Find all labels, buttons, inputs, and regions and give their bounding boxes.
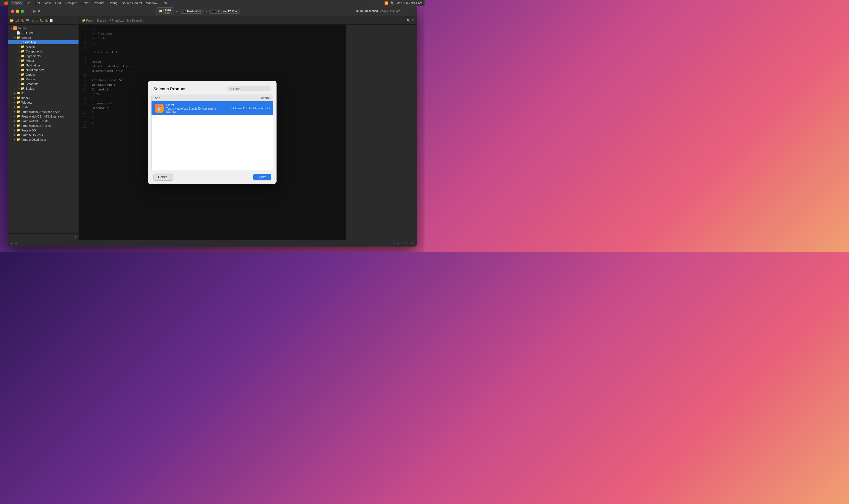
report-nav-icon[interactable]: 📋 bbox=[49, 19, 53, 22]
breadcrumb-shared-label: Shared bbox=[96, 19, 106, 22]
sidebar-item-assets[interactable]: 📁 Assets bbox=[8, 44, 79, 49]
menu-find[interactable]: Find bbox=[53, 1, 63, 5]
sidebar-item-smoothie[interactable]: 📁 Smoothie bbox=[8, 82, 79, 86]
status-bar-left: + ⊡ bbox=[11, 242, 19, 245]
sidebar-toggle-icon[interactable]: ▭ bbox=[29, 9, 32, 13]
sidebar-item-orders[interactable]: 📁 Orders bbox=[8, 72, 79, 77]
scheme-selector[interactable]: 📁 Fruta main bbox=[156, 7, 174, 15]
sidebar-item-frutaapp[interactable]: S FrutaApp bbox=[8, 40, 79, 44]
build-time: Today at 9:41 AM bbox=[379, 10, 400, 13]
sidebar-label-tvos-tests: Fruta tvOSTests bbox=[21, 133, 76, 137]
search-icon[interactable]: 🔍 bbox=[390, 1, 394, 5]
close-button[interactable] bbox=[11, 10, 14, 13]
editor-breadcrumb: 📁 Fruta › Shared › S FrutaApp › No Selec… bbox=[79, 16, 346, 24]
menu-file[interactable]: File bbox=[23, 1, 32, 5]
issue-nav-icon[interactable]: ⚠ bbox=[32, 19, 34, 22]
build-status: Build Succeeded Today at 9:41 AM bbox=[356, 10, 400, 13]
inspector-toggle-icon[interactable]: ▭ bbox=[410, 9, 414, 13]
modal-filter-input[interactable] bbox=[233, 87, 269, 90]
sidebar-item-tvos-ui-tests[interactable]: 📁 Fruta tvOSUITests bbox=[8, 137, 79, 142]
add-file-icon[interactable]: + bbox=[10, 235, 12, 239]
menu-help[interactable]: Help bbox=[159, 1, 170, 5]
modal-empty-area bbox=[152, 115, 273, 170]
sidebar-item-widgets[interactable]: 📁 Widgets bbox=[8, 100, 79, 105]
split-editor-icon[interactable]: ⊡ bbox=[405, 9, 409, 13]
chevron-tvos-ui-tests bbox=[13, 138, 16, 141]
sidebar-item-model[interactable]: 📁 Model bbox=[8, 58, 79, 63]
breadcrumb-shared[interactable]: Shared bbox=[96, 19, 106, 22]
shared-folder-icon: 📁 bbox=[16, 36, 20, 39]
menu-window[interactable]: Window bbox=[144, 1, 159, 5]
sidebar-item-tvos[interactable]: 📁 Fruta tvOS bbox=[8, 128, 79, 132]
status-filter-icon[interactable]: ⊡ bbox=[15, 242, 17, 245]
apple-menu[interactable]: 🍎 bbox=[2, 1, 10, 5]
sidebar-label-recipe: Recipe bbox=[26, 78, 76, 81]
breadcrumb-sep-3: › bbox=[125, 19, 126, 22]
tvos-icon: 📁 bbox=[16, 128, 20, 132]
breadcrumb-no-selection[interactable]: No Selection bbox=[127, 19, 144, 22]
sidebar-item-tests[interactable]: 📁 Tests bbox=[8, 105, 79, 109]
run-button[interactable]: ▶ bbox=[33, 9, 36, 13]
minimize-button[interactable] bbox=[16, 10, 19, 13]
modal-title: Select a Product bbox=[153, 86, 186, 91]
status-add-icon[interactable]: + bbox=[11, 242, 13, 245]
sidebar-label-widgets: Widgets bbox=[21, 101, 76, 104]
menu-xcode[interactable]: Xcode bbox=[11, 1, 23, 5]
test-nav-icon[interactable]: ◇ bbox=[36, 19, 38, 22]
next-button[interactable]: Next bbox=[253, 174, 271, 180]
sidebar-label-styles: Styles bbox=[26, 87, 76, 90]
inspector-1-icon[interactable]: 🔍 bbox=[406, 19, 411, 22]
sidebar-label-nutritionfacts: NutritionFacts bbox=[26, 68, 76, 72]
maximize-button[interactable] bbox=[21, 10, 24, 13]
title-bar: ▭ ▶ ■ 📁 Fruta main ▸ 📱 Fruta iOS bbox=[8, 6, 417, 16]
chevron-widgets bbox=[13, 101, 16, 104]
navigator-toolbar: 📂 ⎇ 🔖 🔍 ⚠ ◇ 🐛 ◉ 📋 bbox=[8, 16, 79, 24]
menu-edit[interactable]: Edit bbox=[33, 1, 42, 5]
menu-editor[interactable]: Editor bbox=[80, 1, 91, 5]
sidebar-item-watchkit-ext[interactable]: 📁 Fruta watchOS…hKit Extension bbox=[8, 114, 79, 119]
sidebar-item-watchos-ui-tests[interactable]: 📁 Fruta watchOSUITests bbox=[8, 123, 79, 128]
sidebar-item-watchos-tests[interactable]: 📁 Fruta watchOSTests bbox=[8, 119, 79, 123]
status-inspector-icon[interactable]: ▭ bbox=[411, 242, 414, 245]
sidebar-item-styles[interactable]: 📁 Styles bbox=[8, 86, 79, 91]
modal-table-row-fruta[interactable]: 🥤 Fruta Team: Nature Lab Bundle ID: com.… bbox=[152, 101, 273, 115]
menu-navigate[interactable]: Navigate bbox=[64, 1, 79, 5]
folder-nav-icon[interactable]: 📂 bbox=[10, 19, 14, 22]
search-nav-icon[interactable]: 🔍 bbox=[26, 19, 30, 22]
inspector-2-icon[interactable]: ⚙ bbox=[412, 19, 415, 22]
debug-nav-icon[interactable]: 🐛 bbox=[40, 19, 44, 22]
sidebar-label-macos: macOS bbox=[21, 96, 76, 100]
sidebar-item-fruta[interactable]: F Fruta bbox=[8, 26, 79, 31]
sidebar-item-shared[interactable]: 📁 Shared bbox=[8, 35, 79, 40]
menu-product[interactable]: Product bbox=[92, 1, 106, 5]
device-name-selector[interactable]: 📱 iPhone 12 Pro bbox=[209, 9, 240, 14]
source-nav-icon[interactable]: ⎇ bbox=[15, 19, 19, 22]
breakpoint-nav-icon[interactable]: ◉ bbox=[45, 19, 48, 22]
cancel-button[interactable]: Cancel bbox=[153, 174, 173, 181]
menu-view[interactable]: View bbox=[42, 1, 53, 5]
breadcrumb-fruta[interactable]: 📁 Fruta bbox=[82, 19, 93, 22]
device-selector[interactable]: 📱 Fruta iOS bbox=[180, 9, 204, 14]
chevron-components bbox=[18, 50, 21, 53]
menu-debug[interactable]: Debug bbox=[107, 1, 119, 5]
sidebar-item-macos[interactable]: 📁 macOS bbox=[8, 95, 79, 100]
ingredients-icon: 📁 bbox=[21, 54, 24, 58]
menu-source-control[interactable]: Source Control bbox=[120, 1, 144, 5]
sidebar-item-ingredients[interactable]: 📁 Ingredients bbox=[8, 54, 79, 58]
sidebar-label-tests: Tests bbox=[21, 106, 76, 109]
sidebar-item-nutritionfacts[interactable]: 📁 NutritionFacts bbox=[8, 68, 79, 72]
filter-icon[interactable]: ≡ bbox=[75, 235, 76, 239]
sidebar-item-watchkit-app[interactable]: 📁 Fruta watchOS WatchKit App bbox=[8, 109, 79, 114]
breadcrumb-frutaapp[interactable]: S FrutaApp bbox=[109, 19, 124, 22]
sidebar-item-readme[interactable]: 📄 README bbox=[8, 31, 79, 35]
bookmark-nav-icon[interactable]: 🔖 bbox=[20, 19, 24, 22]
sidebar-item-tvos-tests[interactable]: 📁 Fruta tvOSTests bbox=[8, 132, 79, 137]
sidebar-item-recipe[interactable]: 📁 Recipe bbox=[8, 77, 79, 82]
sidebar-item-navigation[interactable]: 📁 Navigation bbox=[8, 63, 79, 68]
sidebar-item-ios[interactable]: 📁 iOS bbox=[8, 91, 79, 95]
editor-area: 1 // 2 // FrutaApp 3 // Fruta 4 // bbox=[79, 24, 346, 240]
chevron-tvos-tests bbox=[13, 134, 16, 137]
sidebar-item-components[interactable]: 📁 Components bbox=[8, 49, 79, 54]
project-name: Fruta bbox=[163, 8, 171, 12]
stop-button[interactable]: ■ bbox=[38, 9, 40, 13]
